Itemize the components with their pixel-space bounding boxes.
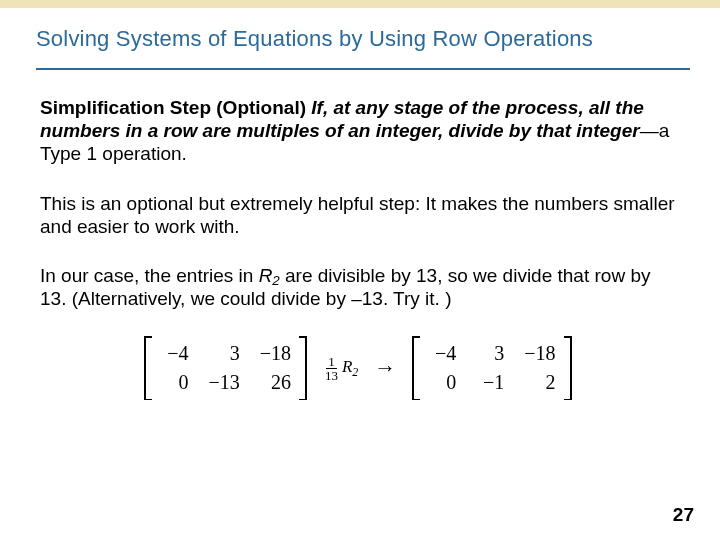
page-number: 27 — [673, 504, 694, 526]
title-band: Solving Systems of Equations by Using Ro… — [0, 0, 720, 70]
bracket-right-icon — [562, 336, 572, 400]
m-before-r1c3: −18 — [260, 342, 291, 365]
m-before-r2c2: −13 — [208, 371, 239, 394]
matrix-after-grid: −4 3 −18 0 −1 2 — [422, 336, 561, 400]
bracket-right-icon — [297, 336, 307, 400]
slide-title: Solving Systems of Equations by Using Ro… — [36, 26, 720, 52]
title-underline — [36, 68, 690, 70]
para3-part-a: In our case, the entries in — [40, 265, 259, 286]
m-before-r1c2: 3 — [208, 342, 239, 365]
fraction-one-thirteenth: 1 13 — [323, 355, 340, 382]
m-after-r2c2: −1 — [476, 371, 504, 394]
matrix-after: −4 3 −18 0 −1 2 — [412, 336, 571, 400]
matrix-before: −4 3 −18 0 −13 26 — [144, 336, 307, 400]
arrow-right-icon: → — [372, 355, 398, 381]
matrix-equation: −4 3 −18 0 −13 26 1 13 R2 → −4 — [40, 336, 676, 400]
paragraph-2: This is an optional but extremely helpfu… — [40, 192, 676, 238]
paragraph-3: In our case, the entries in R2 are divis… — [40, 264, 676, 310]
op-row: R2 — [342, 357, 358, 376]
slide-body: Simplification Step (Optional) If, at an… — [0, 70, 720, 400]
slide: Solving Systems of Equations by Using Ro… — [0, 0, 720, 540]
m-after-r2c3: 2 — [524, 371, 555, 394]
para1-lead: Simplification Step (Optional) — [40, 97, 311, 118]
m-before-r2c3: 26 — [260, 371, 291, 394]
paragraph-1: Simplification Step (Optional) If, at an… — [40, 96, 676, 166]
m-before-r2c1: 0 — [160, 371, 188, 394]
m-after-r1c3: −18 — [524, 342, 555, 365]
frac-num: 1 — [326, 355, 337, 369]
bracket-left-icon — [412, 336, 422, 400]
m-after-r1c1: −4 — [428, 342, 456, 365]
m-before-r1c1: −4 — [160, 342, 188, 365]
matrix-before-grid: −4 3 −18 0 −13 26 — [154, 336, 297, 400]
m-after-r2c1: 0 — [428, 371, 456, 394]
para3-r2: R2 — [259, 265, 280, 286]
frac-den: 13 — [323, 369, 340, 382]
row-operation-label: 1 13 R2 — [321, 355, 358, 382]
m-after-r1c2: 3 — [476, 342, 504, 365]
bracket-left-icon — [144, 336, 154, 400]
